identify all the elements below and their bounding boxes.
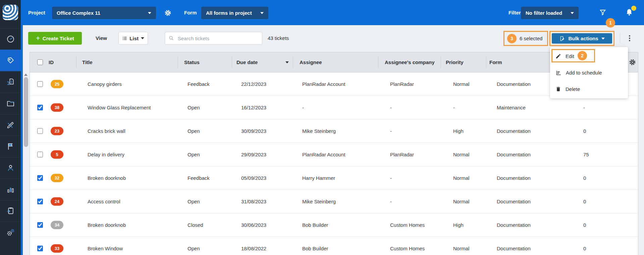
sidebar-item-tickets[interactable]: [0, 50, 21, 71]
project-settings-button[interactable]: [164, 9, 172, 17]
col-header-title[interactable]: Title: [82, 52, 93, 72]
cell-priority: Normal: [453, 143, 469, 166]
search-input[interactable]: [177, 35, 259, 42]
table-row[interactable]: 24Access controlOpen31/08/2023Mike Stein…: [30, 190, 638, 213]
column-settings-button[interactable]: [629, 59, 636, 67]
table-row[interactable]: 34Broken doorknobClosed30/06/2023Bob Bui…: [30, 213, 638, 237]
sidebar-item-statistics[interactable]: [0, 178, 21, 200]
row-checkbox[interactable]: [37, 81, 43, 87]
cell-priority: Normal: [453, 190, 469, 213]
cell-extra: 0: [583, 119, 586, 143]
col-header-due-date[interactable]: Due date: [236, 52, 258, 72]
more-options-button[interactable]: [627, 34, 633, 43]
sidebar-item-settings[interactable]: [0, 221, 21, 243]
cell-company: -: [390, 190, 392, 213]
cell-company: -: [390, 96, 392, 119]
row-checkbox[interactable]: [37, 222, 43, 228]
search-box: [165, 32, 262, 45]
col-header-assignee[interactable]: Assignee: [300, 52, 322, 72]
notifications-button[interactable]: [625, 8, 634, 17]
cell-form: Documentation: [497, 143, 531, 166]
select-all-checkbox[interactable]: [37, 59, 43, 65]
cell-due: 22/12/2023: [241, 72, 266, 96]
chevron-down-icon: [571, 12, 574, 14]
sidebar-item-documents[interactable]: [0, 93, 21, 114]
form-dropdown-value: All forms in project: [206, 10, 260, 16]
cell-priority: Normal: [453, 72, 469, 96]
cell-form: Documentation: [497, 190, 531, 213]
table-row[interactable]: 23Cracks brick wallOpen30/09/2023Mike St…: [30, 119, 638, 143]
table-header-row: ID Title Status Due date Assignee Assign…: [30, 52, 638, 72]
table-row[interactable]: 25Canopy girdersFeedback22/12/2023PlanRa…: [30, 72, 638, 96]
form-label: Form: [184, 0, 197, 25]
row-checkbox[interactable]: [37, 152, 43, 157]
cell-due: 31/08/2023: [241, 190, 266, 213]
filter-funnel-button[interactable]: [598, 8, 607, 17]
search-icon: [168, 35, 174, 41]
sidebar-item-dashboard[interactable]: [0, 28, 21, 50]
toolbar-divider: [620, 33, 620, 43]
table-row[interactable]: 33Broken WindowOpen18/08/2022Bob Builder…: [30, 237, 638, 255]
table-row[interactable]: 38Window Glass ReplacementOpen16/12/2023…: [30, 96, 638, 119]
form-dropdown[interactable]: All forms in project: [201, 7, 268, 19]
tickets-page: Project Office Complex 11 Form All forms…: [0, 0, 644, 255]
cell-due: 18/08/2022: [241, 237, 266, 255]
sidebar: [0, 0, 21, 255]
col-header-assignee-company[interactable]: Assignee's company: [385, 52, 435, 72]
cell-priority: High: [453, 213, 464, 237]
flag-report-icon: [6, 142, 15, 151]
funnel-icon: [599, 8, 607, 16]
cell-due: 29/09/2023: [241, 143, 266, 166]
row-checkbox[interactable]: [37, 199, 43, 204]
sidebar-item-export[interactable]: [0, 200, 21, 221]
bulk-actions-highlight: Bulk actions: [549, 31, 614, 46]
col-header-priority[interactable]: Priority: [446, 52, 464, 72]
cell-extra: 0: [583, 237, 586, 255]
sidebar-item-plans[interactable]: [0, 114, 21, 136]
table-row[interactable]: 5Delay in deliveryOpen29/09/2023PlanRada…: [30, 143, 638, 166]
view-dropdown[interactable]: List: [118, 32, 148, 45]
filter-dropdown-value: No filter loaded: [526, 10, 571, 16]
schedule-icon: [555, 70, 561, 76]
row-checkbox[interactable]: [37, 175, 43, 181]
list-icon: [122, 36, 127, 41]
menu-item-delete[interactable]: Delete: [550, 81, 628, 97]
sidebar-item-reports[interactable]: [0, 136, 21, 157]
scroll-up-arrow-icon[interactable]: [24, 73, 28, 76]
cell-company: PlanRadar: [390, 143, 414, 166]
bulk-actions-button[interactable]: Bulk actions: [552, 33, 612, 44]
ticket-id-badge: 32: [51, 174, 63, 182]
ticket-id-badge: 5: [51, 150, 63, 159]
create-ticket-button[interactable]: + Create Ticket: [28, 32, 82, 45]
menu-item-add-to-schedule[interactable]: Add to schedule: [550, 64, 628, 81]
sidebar-item-contacts[interactable]: [0, 157, 21, 178]
ticket-id-badge: 34: [51, 221, 63, 229]
selected-count-label: 6 selected: [520, 36, 542, 41]
cell-extra: 0: [583, 213, 586, 237]
cell-assignee: Bob Builder: [302, 237, 328, 255]
project-label: Project: [28, 0, 45, 25]
cell-form: Documentation: [497, 213, 531, 237]
edit-item-highlight: [551, 49, 595, 62]
row-checkbox[interactable]: [37, 128, 43, 134]
table-body: 25Canopy girdersFeedback22/12/2023PlanRa…: [30, 72, 638, 255]
sort-desc-icon[interactable]: [285, 61, 289, 63]
row-checkbox[interactable]: [37, 246, 43, 251]
table-row[interactable]: 32Broken doorknobFeedback05/09/2023Harry…: [30, 166, 638, 190]
filter-dropdown[interactable]: No filter loaded: [521, 7, 579, 19]
row-checkbox[interactable]: [37, 105, 43, 110]
sidebar-item-approvals[interactable]: [0, 71, 21, 93]
cell-form: Documentation: [497, 237, 531, 255]
vertical-scrollbar-thumb[interactable]: [24, 77, 28, 147]
ticket-id-badge: 33: [51, 244, 63, 253]
col-header-id[interactable]: ID: [49, 52, 54, 72]
cell-assignee: Mike Steinberg: [302, 190, 336, 213]
col-header-status[interactable]: Status: [184, 52, 200, 72]
project-dropdown[interactable]: Office Complex 11: [52, 7, 156, 19]
cell-status: Closed: [187, 213, 203, 237]
planradar-logo[interactable]: [3, 5, 18, 20]
col-header-form[interactable]: Form: [489, 52, 502, 72]
cell-status: Open: [187, 190, 200, 213]
menu-item-delete-label: Delete: [566, 86, 580, 92]
plus-icon: +: [36, 35, 40, 42]
